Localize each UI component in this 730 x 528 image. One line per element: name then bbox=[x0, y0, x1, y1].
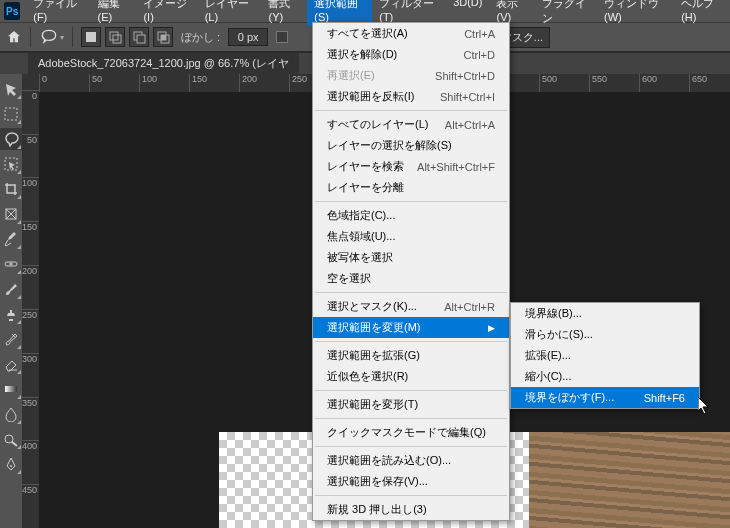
ruler-tick: 100 bbox=[139, 74, 189, 92]
menu-item[interactable]: 焦点領域(U)... bbox=[313, 226, 509, 247]
menu-item[interactable]: 選択とマスク(K)...Alt+Ctrl+R bbox=[313, 296, 509, 317]
add-selection-icon[interactable] bbox=[105, 27, 125, 47]
menu-item-label: 再選択(E) bbox=[327, 68, 375, 83]
menu-item-label: 色域指定(C)... bbox=[327, 208, 395, 223]
gradient-tool[interactable] bbox=[0, 378, 22, 400]
anti-alias-checkbox[interactable] bbox=[276, 31, 288, 43]
menu-item[interactable]: 色域指定(C)... bbox=[313, 205, 509, 226]
menu-item-label: 焦点領域(U)... bbox=[327, 229, 395, 244]
menu-separator bbox=[315, 446, 507, 447]
clone-stamp-tool[interactable] bbox=[0, 303, 22, 325]
eraser-tool[interactable] bbox=[0, 353, 22, 375]
blur-tool[interactable] bbox=[0, 403, 22, 425]
ruler-tick: 450 bbox=[22, 484, 39, 528]
history-brush-tool[interactable] bbox=[0, 328, 22, 350]
menu-item[interactable]: レイヤーの選択を解除(S) bbox=[313, 135, 509, 156]
menu-item-label: 選択範囲を変形(T) bbox=[327, 397, 418, 412]
new-selection-icon[interactable] bbox=[81, 27, 101, 47]
menu-item[interactable]: レイヤーを検索Alt+Shift+Ctrl+F bbox=[313, 156, 509, 177]
menubar: Ps ファイル(F)編集(E)イメージ(I)レイヤー(L)書式(Y)選択範囲(S… bbox=[0, 0, 730, 22]
menu-書式[interactable]: 書式(Y) bbox=[261, 0, 307, 26]
menu-イメージ[interactable]: イメージ(I) bbox=[136, 0, 197, 26]
menu-item[interactable]: 空を選択 bbox=[313, 268, 509, 289]
menu-separator bbox=[315, 495, 507, 496]
ruler-tick: 150 bbox=[189, 74, 239, 92]
shortcut-label: Shift+F6 bbox=[634, 392, 685, 404]
move-tool[interactable] bbox=[0, 78, 22, 100]
shortcut-label: Alt+Ctrl+R bbox=[434, 301, 495, 313]
menu-item[interactable]: 選択範囲を反転(I)Shift+Ctrl+I bbox=[313, 86, 509, 107]
ruler-tick: 200 bbox=[239, 74, 289, 92]
ruler-tick: 0 bbox=[39, 74, 89, 92]
rect-marquee-tool[interactable] bbox=[0, 103, 22, 125]
submenu-arrow-icon: ▶ bbox=[478, 323, 495, 333]
submenu-item[interactable]: 滑らかに(S)... bbox=[511, 324, 699, 345]
menu-item[interactable]: 選択範囲を変形(T) bbox=[313, 394, 509, 415]
menu-item[interactable]: 選択を解除(D)Ctrl+D bbox=[313, 44, 509, 65]
menu-item[interactable]: 選択範囲を保存(V)... bbox=[313, 471, 509, 492]
menu-item-label: 被写体を選択 bbox=[327, 250, 393, 265]
menu-item[interactable]: 被写体を選択 bbox=[313, 247, 509, 268]
menu-item[interactable]: 選択範囲を変更(M)▶ bbox=[313, 317, 509, 338]
brush-tool[interactable] bbox=[0, 278, 22, 300]
shortcut-label: Shift+Ctrl+I bbox=[430, 91, 495, 103]
feather-label: ぼかし : bbox=[181, 30, 220, 45]
modify-submenu: 境界線(B)...滑らかに(S)...拡張(E)...縮小(C)...境界をぼか… bbox=[510, 302, 700, 409]
menu-item-label: 縮小(C)... bbox=[525, 369, 571, 384]
lasso-tool[interactable] bbox=[0, 128, 22, 150]
crop-tool[interactable] bbox=[0, 178, 22, 200]
menu-item[interactable]: 近似色を選択(R) bbox=[313, 366, 509, 387]
home-icon[interactable] bbox=[6, 29, 22, 45]
menu-item[interactable]: 選択範囲を拡張(G) bbox=[313, 345, 509, 366]
object-select-tool[interactable] bbox=[0, 153, 22, 175]
pen-tool[interactable] bbox=[0, 453, 22, 475]
toolbox bbox=[0, 74, 22, 528]
svg-rect-6 bbox=[161, 35, 166, 40]
shortcut-label: Alt+Shift+Ctrl+F bbox=[407, 161, 495, 173]
ruler-tick: 400 bbox=[22, 440, 39, 484]
menu-item[interactable]: クイックマスクモードで編集(Q) bbox=[313, 422, 509, 443]
menu-item-label: 空を選択 bbox=[327, 271, 371, 286]
menu-レイヤー[interactable]: レイヤー(L) bbox=[198, 0, 262, 26]
menu-item-label: すべてを選択(A) bbox=[327, 26, 408, 41]
menu-プラグイン[interactable]: プラグイン bbox=[535, 0, 597, 26]
menu-ヘルプ[interactable]: ヘルプ(H) bbox=[674, 0, 730, 26]
menu-item: 再選択(E)Shift+Ctrl+D bbox=[313, 65, 509, 86]
selection-menu: すべてを選択(A)Ctrl+A選択を解除(D)Ctrl+D再選択(E)Shift… bbox=[312, 22, 510, 521]
shortcut-label: Shift+Ctrl+D bbox=[425, 70, 495, 82]
menu-item[interactable]: すべてのレイヤー(L)Alt+Ctrl+A bbox=[313, 114, 509, 135]
menu-separator bbox=[315, 201, 507, 202]
menu-item[interactable]: 選択範囲を読み込む(O)... bbox=[313, 450, 509, 471]
eyedropper-tool[interactable] bbox=[0, 228, 22, 250]
submenu-item[interactable]: 拡張(E)... bbox=[511, 345, 699, 366]
menu-ファイル[interactable]: ファイル(F) bbox=[26, 0, 90, 26]
submenu-item[interactable]: 境界線(B)... bbox=[511, 303, 699, 324]
ruler-tick: 650 bbox=[689, 74, 730, 92]
dodge-tool[interactable] bbox=[0, 428, 22, 450]
menu-item[interactable]: レイヤーを分離 bbox=[313, 177, 509, 198]
submenu-item[interactable]: 境界をぼかす(F)...Shift+F6 bbox=[511, 387, 699, 408]
document-tab[interactable]: AdobeStock_72063724_1200.jpg @ 66.7% (レイ… bbox=[28, 53, 299, 74]
menu-item-label: 選択範囲を変更(M) bbox=[327, 320, 421, 335]
submenu-item[interactable]: 縮小(C)... bbox=[511, 366, 699, 387]
healing-brush-tool[interactable] bbox=[0, 253, 22, 275]
menu-item-label: 選択とマスク(K)... bbox=[327, 299, 417, 314]
svg-point-12 bbox=[5, 435, 13, 443]
menu-item-label: すべてのレイヤー(L) bbox=[327, 117, 428, 132]
ruler-tick: 0 bbox=[22, 90, 39, 134]
menu-item[interactable]: すべてを選択(A)Ctrl+A bbox=[313, 23, 509, 44]
menu-item-label: 境界をぼかす(F)... bbox=[525, 390, 614, 405]
menu-ウィンドウ[interactable]: ウィンドウ(W) bbox=[597, 0, 674, 26]
shortcut-label: Ctrl+A bbox=[454, 28, 495, 40]
cursor-icon bbox=[698, 397, 712, 417]
menu-編集[interactable]: 編集(E) bbox=[91, 0, 137, 26]
svg-rect-0 bbox=[110, 32, 118, 40]
menu-item[interactable]: 新規 3D 押し出し(3) bbox=[313, 499, 509, 520]
frame-tool[interactable] bbox=[0, 203, 22, 225]
subtract-selection-icon[interactable] bbox=[129, 27, 149, 47]
menu-item-label: 新規 3D 押し出し(3) bbox=[327, 502, 427, 517]
ruler-tick: 300 bbox=[22, 353, 39, 397]
lasso-icon[interactable]: ▾ bbox=[39, 27, 64, 47]
feather-input[interactable] bbox=[228, 28, 268, 46]
intersect-selection-icon[interactable] bbox=[153, 27, 173, 47]
